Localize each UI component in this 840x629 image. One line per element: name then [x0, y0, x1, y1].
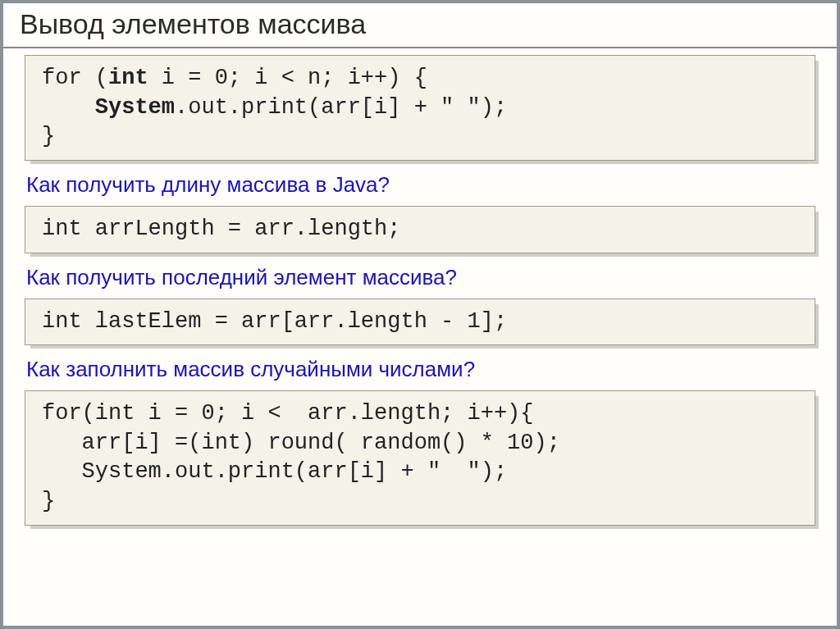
- code-text: for (int i = 0; i < n; i++) { System.out…: [42, 64, 801, 152]
- code-box: for(int i = 0; i < arr.length; i++){ arr…: [25, 390, 815, 526]
- code-text: for(int i = 0; i < arr.length; i++){ arr…: [42, 399, 801, 517]
- code-block-0: for (int i = 0; i < n; i++) { System.out…: [25, 55, 815, 161]
- heading-last-element: Как получить последний элемент массива?: [26, 265, 815, 290]
- heading-random-fill: Как заполнить массив случайными числами?: [26, 357, 815, 382]
- title-bar: Вывод элементов массива: [3, 3, 837, 48]
- code-box: int lastElem = arr[arr.length - 1];: [25, 299, 815, 346]
- code-block-2: int lastElem = arr[arr.length - 1];: [25, 299, 815, 346]
- code-text: int arrLength = arr.length;: [42, 215, 801, 244]
- heading-java-length: Как получить длину массива в Java?: [26, 172, 815, 198]
- code-block-1: int arrLength = arr.length;: [25, 206, 815, 253]
- code-text: int lastElem = arr[arr.length - 1];: [42, 308, 801, 337]
- code-block-3: for(int i = 0; i < arr.length; i++){ arr…: [25, 390, 815, 526]
- slide-content: for (int i = 0; i < n; i++) { System.out…: [3, 48, 837, 539]
- page-title: Вывод элементов массива: [20, 8, 820, 40]
- code-box: int arrLength = arr.length;: [25, 206, 815, 253]
- code-box: for (int i = 0; i < n; i++) { System.out…: [25, 55, 815, 161]
